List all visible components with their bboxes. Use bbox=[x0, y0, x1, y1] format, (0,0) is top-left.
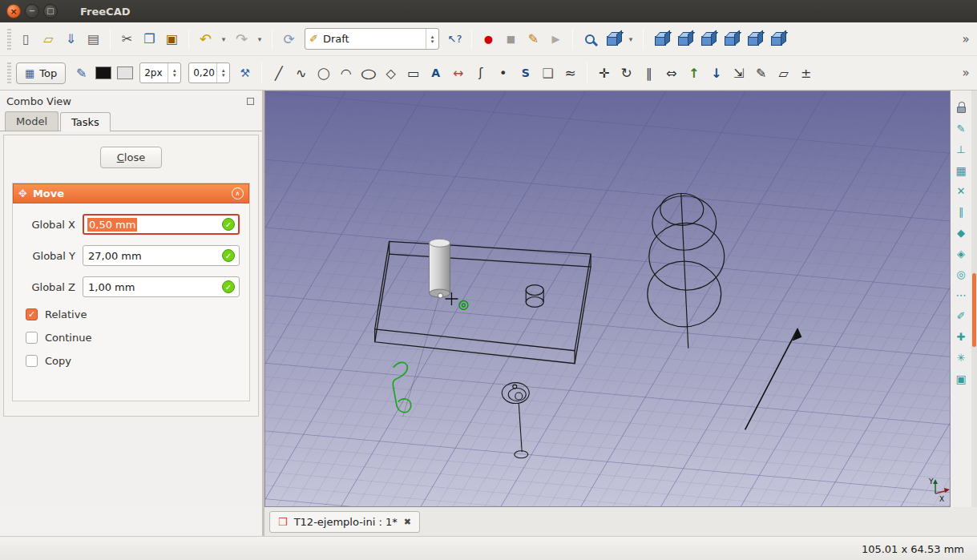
working-plane-button[interactable]: ▦ Top bbox=[16, 62, 66, 84]
draft-heal-tool[interactable]: ± bbox=[796, 62, 816, 83]
stop-macro-button[interactable]: ■ bbox=[501, 29, 521, 50]
draft-ellipse-tool[interactable]: ○ bbox=[358, 62, 378, 83]
snap-perpendicular-button[interactable]: ⊥ bbox=[954, 142, 969, 157]
draft-rectangle-tool[interactable]: ▭ bbox=[403, 62, 423, 83]
apply-style-button[interactable]: ✎ bbox=[71, 62, 91, 83]
snap-midpoint-button[interactable]: ◆ bbox=[954, 225, 969, 240]
snap-dimensions-button[interactable]: ⋯ bbox=[954, 288, 969, 303]
window-close-button[interactable]: × bbox=[6, 4, 21, 18]
redo-button[interactable]: ↷ bbox=[232, 29, 252, 50]
paste-button[interactable]: ▣ bbox=[162, 29, 182, 50]
run-macro-button[interactable]: ▶ bbox=[546, 29, 566, 50]
viewport-canvas[interactable]: Y X bbox=[265, 91, 950, 506]
draft-polygon-tool[interactable]: ◇ bbox=[381, 62, 401, 83]
draft-upgrade-tool[interactable]: ↑ bbox=[684, 62, 704, 83]
draft-text-tool[interactable]: A bbox=[426, 62, 446, 83]
draft-rotate-tool[interactable]: ↻ bbox=[616, 62, 636, 83]
view-isometric-button[interactable] bbox=[650, 29, 671, 50]
draft-circle-tool[interactable]: ◯ bbox=[313, 62, 333, 83]
view-bottom-button[interactable] bbox=[766, 29, 787, 50]
whats-this-button[interactable]: ↖? bbox=[445, 29, 465, 50]
draft-edit-tool[interactable]: ✎ bbox=[751, 62, 771, 83]
snap-ortho-button[interactable]: ✚ bbox=[954, 329, 969, 344]
open-button[interactable]: ▱ bbox=[38, 29, 59, 50]
print-button[interactable]: ▤ bbox=[83, 29, 103, 50]
draft-wire-tool[interactable]: ∿ bbox=[291, 62, 311, 83]
line-color-swatch[interactable] bbox=[95, 66, 111, 79]
snap-near-button[interactable]: ✐ bbox=[954, 308, 969, 324]
draft-shapestring-tool[interactable]: S bbox=[515, 62, 535, 83]
toolbar-overflow-button[interactable]: » bbox=[959, 66, 972, 80]
draft-move-tool[interactable]: ✛ bbox=[594, 62, 614, 83]
tab-model[interactable]: Model bbox=[5, 111, 59, 131]
draft-trimex-tool[interactable]: ⇔ bbox=[661, 62, 681, 83]
relative-checkbox[interactable]: ✓ bbox=[26, 308, 38, 320]
snap-workingplane-button[interactable]: ▣ bbox=[954, 371, 969, 386]
cylinder-object[interactable] bbox=[430, 239, 450, 297]
global-x-input[interactable]: 0,50 mm ✓ bbox=[83, 214, 240, 235]
view-right-button[interactable] bbox=[720, 29, 741, 50]
window-maximize-button[interactable]: □ bbox=[43, 4, 58, 18]
construction-mode-button[interactable]: ⚒ bbox=[235, 62, 255, 83]
snap-center-button[interactable]: ◎ bbox=[954, 267, 969, 282]
document-tab[interactable]: ❒ T12-ejemplo-ini : 1* ✖ bbox=[269, 511, 420, 533]
axonometric-dropdown-arrow[interactable]: ▾ bbox=[625, 29, 636, 50]
refresh-button[interactable]: ⟳ bbox=[279, 29, 299, 50]
copy-button[interactable]: ❐ bbox=[139, 29, 159, 50]
snap-lock-button[interactable] bbox=[954, 100, 969, 115]
line-width-spinner[interactable]: ▴ ▾ bbox=[168, 63, 180, 83]
workbench-selector[interactable]: ✐ Draft ▴ ▾ bbox=[305, 28, 439, 50]
3d-viewport[interactable]: Y X bbox=[264, 91, 951, 507]
toolbar-grip[interactable] bbox=[7, 62, 11, 83]
snap-endpoint-button[interactable]: ✎ bbox=[954, 121, 969, 136]
view-front-button[interactable] bbox=[673, 29, 694, 50]
toolbar-grip[interactable] bbox=[7, 29, 11, 50]
global-z-input[interactable]: 1,00 mm ✓ bbox=[83, 276, 240, 297]
draft-facebinder-tool[interactable]: ❑ bbox=[538, 62, 558, 83]
draft-bezier-tool[interactable]: ≈ bbox=[560, 62, 580, 83]
draft-scale-tool[interactable]: ⇲ bbox=[729, 62, 749, 83]
view-rear-button[interactable] bbox=[743, 29, 764, 50]
draft-dimension-tool[interactable]: ↔ bbox=[448, 62, 468, 83]
task-close-button[interactable]: Close bbox=[100, 147, 162, 168]
edit-macro-button[interactable]: ✎ bbox=[523, 29, 543, 50]
collapse-section-icon[interactable]: ∧ bbox=[232, 187, 244, 199]
save-button[interactable]: ⇓ bbox=[61, 29, 81, 50]
axonometric-view-button[interactable] bbox=[602, 29, 623, 50]
copy-checkbox[interactable]: ✓ bbox=[26, 355, 38, 367]
draft-downgrade-tool[interactable]: ↓ bbox=[706, 62, 726, 83]
snap-special-button[interactable]: ◈ bbox=[954, 246, 969, 261]
snap-extension-button[interactable]: ✳ bbox=[954, 350, 969, 365]
document-tab-close-icon[interactable]: ✖ bbox=[404, 517, 411, 527]
workbench-selector-spinner[interactable]: ▴ ▾ bbox=[426, 29, 438, 49]
window-minimize-button[interactable]: − bbox=[25, 4, 39, 18]
move-section-header[interactable]: ✥ Move ∧ bbox=[13, 183, 249, 203]
text-scale-spinbox[interactable]: 0,20 ▴ ▾ bbox=[188, 62, 230, 83]
view-top-button[interactable] bbox=[696, 29, 717, 50]
redo-dropdown-arrow[interactable]: ▾ bbox=[254, 29, 265, 50]
cut-button[interactable]: ✂ bbox=[117, 29, 137, 50]
record-macro-button[interactable]: ● bbox=[478, 29, 499, 50]
face-color-swatch[interactable] bbox=[117, 66, 133, 79]
tab-tasks[interactable]: Tasks bbox=[60, 112, 111, 131]
fit-selection-button[interactable] bbox=[579, 29, 600, 50]
viewport-scrollbar[interactable] bbox=[971, 91, 977, 507]
float-panel-icon[interactable] bbox=[247, 98, 254, 105]
draft-point-tool[interactable]: • bbox=[493, 62, 513, 83]
continue-checkbox[interactable]: ✓ bbox=[26, 332, 38, 344]
draft-line-tool[interactable]: ╱ bbox=[268, 62, 289, 83]
snap-grid-button[interactable]: ▦ bbox=[954, 163, 969, 178]
snap-parallel-button[interactable]: ∥ bbox=[954, 204, 969, 220]
text-scale-spinner[interactable]: ▴ ▾ bbox=[216, 63, 229, 83]
draft-bspline-tool[interactable]: ʃ bbox=[470, 62, 491, 83]
draft-offset-tool[interactable]: ∥ bbox=[639, 62, 659, 83]
draft-shape2dview-tool[interactable]: ▱ bbox=[773, 62, 793, 83]
undo-dropdown-arrow[interactable]: ▾ bbox=[218, 29, 229, 50]
new-document-button[interactable]: ▯ bbox=[16, 29, 36, 50]
undo-button[interactable]: ↶ bbox=[196, 29, 216, 50]
global-y-input[interactable]: 27,00 mm ✓ bbox=[83, 245, 240, 266]
snap-intersection-button[interactable]: ✕ bbox=[954, 183, 969, 199]
draft-arc-tool[interactable]: ◠ bbox=[336, 62, 356, 83]
toolbar-overflow-button[interactable]: » bbox=[959, 32, 972, 46]
scrollbar-thumb[interactable] bbox=[972, 273, 976, 347]
